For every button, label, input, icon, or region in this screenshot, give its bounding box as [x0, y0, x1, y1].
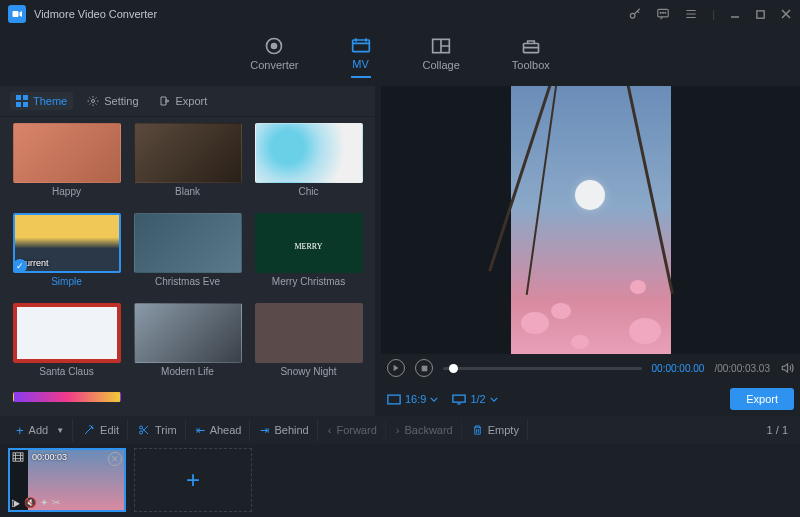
chevron-down-icon: ▼	[56, 426, 64, 435]
time-current: 00:00:00.00	[652, 363, 705, 374]
edit-button[interactable]: Edit	[75, 420, 128, 440]
svg-point-20	[140, 426, 143, 429]
nav-label: Collage	[423, 59, 460, 71]
scissors-icon[interactable]: ✂	[52, 497, 60, 508]
backward-button[interactable]: ›Backward	[388, 420, 462, 440]
nav-converter[interactable]: Converter	[250, 37, 298, 77]
app-title: Vidmore Video Converter	[34, 8, 157, 20]
svg-rect-9	[352, 40, 369, 52]
menu-icon[interactable]	[684, 7, 698, 21]
aspect-value: 16:9	[405, 393, 426, 405]
btn-label: Edit	[100, 424, 119, 436]
nav-label: MV	[352, 58, 369, 70]
preview-panel: 00:00:00.00/00:00:03.03 16:9 1/2 Export	[375, 86, 800, 416]
add-clip-button[interactable]: +	[134, 448, 252, 512]
theme-happy[interactable]: Happy	[10, 123, 123, 205]
close-button[interactable]	[780, 8, 792, 20]
svg-rect-19	[453, 395, 465, 402]
check-icon: ✓	[13, 259, 27, 273]
theme-label: Modern Life	[161, 366, 214, 377]
progress-bar[interactable]	[443, 367, 642, 370]
theme-more[interactable]	[10, 392, 123, 410]
remove-clip-button[interactable]: ✕	[108, 452, 122, 466]
maximize-button[interactable]	[755, 9, 766, 20]
trim-button[interactable]: Trim	[130, 420, 186, 440]
app-logo	[8, 5, 26, 23]
chevron-down-icon	[490, 397, 498, 402]
svg-point-4	[663, 12, 664, 13]
clip-toolbar: +Add▼ Edit Trim ⇤Ahead ⇥Behind ‹Forward …	[0, 416, 800, 444]
timeline: 00:00:03 ✕ ▷ 🔇 ✦ ✂ +	[0, 444, 800, 517]
svg-point-21	[140, 431, 143, 434]
theme-blank[interactable]: Blank	[131, 123, 244, 205]
themes-grid[interactable]: Happy Blank Chic Current✓Simple Christma…	[0, 117, 375, 416]
nav-toolbox[interactable]: Toolbox	[512, 37, 550, 77]
theme-simple[interactable]: Current✓Simple	[10, 213, 123, 295]
svg-point-1	[630, 13, 635, 18]
zoom-select[interactable]: 1/2	[452, 393, 497, 405]
overlay-text: MERRY	[294, 241, 322, 250]
toolbox-icon	[521, 37, 541, 55]
nav-label: Toolbox	[512, 59, 550, 71]
btn-label: Behind	[274, 424, 308, 436]
page-info: 1 / 1	[767, 424, 792, 436]
svg-rect-17	[421, 365, 427, 371]
stop-button[interactable]	[415, 359, 433, 377]
clip-item[interactable]: 00:00:03 ✕ ▷ 🔇 ✦ ✂	[8, 448, 126, 512]
video-preview[interactable]	[381, 86, 800, 354]
nav-collage[interactable]: Collage	[423, 37, 460, 77]
time-total: /00:00:03.03	[714, 363, 770, 374]
svg-point-5	[665, 12, 666, 13]
svg-rect-6	[757, 10, 764, 17]
ahead-button[interactable]: ⇤Ahead	[188, 420, 251, 441]
behind-button[interactable]: ⇥Behind	[252, 420, 317, 441]
tab-export[interactable]: Export	[153, 92, 214, 110]
tab-setting[interactable]: Setting	[81, 92, 144, 110]
theme-panel: Theme Setting Export Happy Blank Chic Cu…	[0, 86, 375, 416]
chevron-down-icon	[430, 397, 438, 402]
player-controls: 00:00:00.00/00:00:03.03	[381, 354, 800, 382]
svg-rect-13	[23, 95, 28, 100]
svg-point-16	[92, 100, 95, 103]
aspect-icon	[387, 394, 401, 405]
zoom-value: 1/2	[470, 393, 485, 405]
theme-santa-claus[interactable]: Santa Claus	[10, 303, 123, 385]
feedback-icon[interactable]	[656, 7, 670, 21]
gear-icon	[87, 95, 99, 107]
forward-button[interactable]: ‹Forward	[320, 420, 386, 440]
theme-label: Santa Claus	[39, 366, 93, 377]
theme-merry-christmas[interactable]: MERRYMerry Christmas	[252, 213, 365, 295]
converter-icon	[264, 37, 284, 55]
add-button[interactable]: +Add▼	[8, 419, 73, 442]
play-button[interactable]	[387, 359, 405, 377]
volume-icon[interactable]	[780, 361, 794, 375]
key-icon[interactable]	[628, 7, 642, 21]
theme-snowy-night[interactable]: Snowy Night	[252, 303, 365, 385]
svg-rect-22	[13, 453, 23, 461]
nav-mv[interactable]: MV	[351, 36, 371, 78]
aspect-ratio-select[interactable]: 16:9	[387, 393, 438, 405]
collage-icon	[431, 37, 451, 55]
mute-icon[interactable]: 🔇	[24, 497, 36, 508]
minimize-button[interactable]	[729, 8, 741, 20]
tab-theme[interactable]: Theme	[10, 92, 73, 110]
svg-rect-14	[16, 102, 21, 107]
trash-icon	[472, 424, 483, 436]
svg-point-3	[660, 12, 661, 13]
empty-button[interactable]: Empty	[464, 420, 528, 440]
chevron-left-icon: ‹	[328, 424, 332, 436]
tab-label: Export	[176, 95, 208, 107]
sub-tabs: Theme Setting Export	[0, 86, 375, 117]
theme-label: Merry Christmas	[272, 276, 345, 287]
theme-christmas-eve[interactable]: Christmas Eve	[131, 213, 244, 295]
btn-label: Forward	[336, 424, 376, 436]
wand-icon[interactable]: ✦	[40, 497, 48, 508]
theme-modern-life[interactable]: Modern Life	[131, 303, 244, 385]
theme-label: Simple	[51, 276, 82, 287]
play-icon[interactable]: ▷	[12, 497, 20, 508]
content: Theme Setting Export Happy Blank Chic Cu…	[0, 86, 800, 416]
theme-chic[interactable]: Chic	[252, 123, 365, 205]
svg-rect-0	[13, 11, 19, 17]
main-nav: Converter MV Collage Toolbox	[0, 28, 800, 86]
export-button[interactable]: Export	[730, 388, 794, 410]
